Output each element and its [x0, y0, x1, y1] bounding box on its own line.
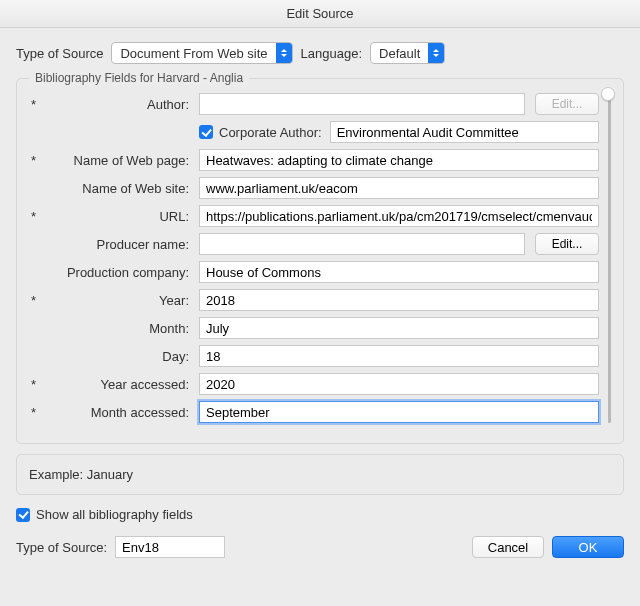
corporate-author-input[interactable]	[330, 121, 599, 143]
row-corporate-author: Corporate Author:	[31, 121, 599, 143]
row-producer: Producer name: Edit...	[31, 233, 599, 255]
group-legend: Bibliography Fields for Harvard - Anglia	[29, 71, 249, 85]
updown-icon	[276, 43, 292, 63]
required-star: *	[31, 97, 41, 112]
year-accessed-label: Year accessed:	[45, 377, 195, 392]
dialog-content: Type of Source Document From Web site La…	[0, 28, 640, 568]
type-of-source-select[interactable]: Document From Web site	[111, 42, 292, 64]
show-all-checkbox[interactable]	[16, 508, 30, 522]
row-website: Name of Web site:	[31, 177, 599, 199]
tag-input[interactable]	[115, 536, 225, 558]
row-month: Month:	[31, 317, 599, 339]
producer-label: Producer name:	[45, 237, 195, 252]
row-webpage: * Name of Web page:	[31, 149, 599, 171]
row-year: * Year:	[31, 289, 599, 311]
row-month-accessed: * Month accessed:	[31, 401, 599, 423]
row-author: * Author: Edit...	[31, 93, 599, 115]
year-accessed-input[interactable]	[199, 373, 599, 395]
author-input[interactable]	[199, 93, 525, 115]
month-label: Month:	[45, 321, 195, 336]
language-value: Default	[371, 46, 428, 61]
type-of-source-label: Type of Source	[16, 46, 103, 61]
updown-icon	[428, 43, 444, 63]
required-star: *	[31, 405, 41, 420]
day-input[interactable]	[199, 345, 599, 367]
month-accessed-input[interactable]	[199, 401, 599, 423]
row-prod-company: Production company:	[31, 261, 599, 283]
cancel-button[interactable]: Cancel	[472, 536, 544, 558]
show-all-row: Show all bibliography fields	[16, 507, 624, 522]
author-label: Author:	[45, 97, 195, 112]
ok-button[interactable]: OK	[552, 536, 624, 558]
dialog-title: Edit Source	[0, 0, 640, 28]
required-star: *	[31, 153, 41, 168]
year-label: Year:	[45, 293, 195, 308]
url-label: URL:	[45, 209, 195, 224]
required-star: *	[31, 209, 41, 224]
scrollbar-track[interactable]	[608, 93, 611, 423]
year-input[interactable]	[199, 289, 599, 311]
required-star: *	[31, 293, 41, 308]
required-star: *	[31, 377, 41, 392]
url-input[interactable]	[199, 205, 599, 227]
edit-source-dialog: Edit Source Type of Source Document From…	[0, 0, 640, 568]
scrollbar-thumb[interactable]	[601, 87, 615, 101]
webpage-label: Name of Web page:	[45, 153, 195, 168]
row-url: * URL:	[31, 205, 599, 227]
month-accessed-label: Month accessed:	[45, 405, 195, 420]
website-input[interactable]	[199, 177, 599, 199]
type-of-source-value: Document From Web site	[112, 46, 275, 61]
bibliography-group: Bibliography Fields for Harvard - Anglia…	[16, 78, 624, 444]
show-all-label: Show all bibliography fields	[36, 507, 193, 522]
top-row: Type of Source Document From Web site La…	[16, 42, 624, 64]
prod-company-label: Production company:	[45, 265, 195, 280]
corporate-author-checkbox[interactable]	[199, 125, 213, 139]
language-label: Language:	[301, 46, 362, 61]
row-day: Day:	[31, 345, 599, 367]
author-edit-button[interactable]: Edit...	[535, 93, 599, 115]
fields-area: * Author: Edit... Corporate Author:	[31, 93, 609, 423]
tag-label: Type of Source:	[16, 540, 107, 555]
example-panel: Example: January	[16, 454, 624, 495]
corporate-author-ck-label: Corporate Author:	[219, 125, 322, 140]
producer-edit-button[interactable]: Edit...	[535, 233, 599, 255]
website-label: Name of Web site:	[45, 181, 195, 196]
producer-input[interactable]	[199, 233, 525, 255]
language-select[interactable]: Default	[370, 42, 445, 64]
prod-company-input[interactable]	[199, 261, 599, 283]
webpage-input[interactable]	[199, 149, 599, 171]
day-label: Day:	[45, 349, 195, 364]
bottom-row: Type of Source: Cancel OK	[16, 536, 624, 558]
month-input[interactable]	[199, 317, 599, 339]
corporate-author-checkbox-wrap: Corporate Author:	[199, 125, 322, 140]
row-year-accessed: * Year accessed:	[31, 373, 599, 395]
